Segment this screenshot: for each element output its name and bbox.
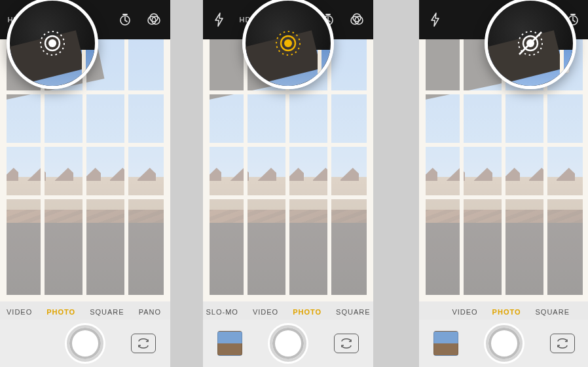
svg-point-7 xyxy=(48,39,56,47)
camera-bottom-bar xyxy=(0,320,170,367)
timer-icon[interactable] xyxy=(118,12,132,27)
camera-screen-3: LIVE OFF VIDEO PHOTO SQUARE xyxy=(419,0,588,367)
shutter-button[interactable] xyxy=(486,325,523,362)
last-photo-thumbnail[interactable] xyxy=(217,331,242,356)
mode-square[interactable]: SQUARE xyxy=(536,308,570,316)
mode-pano[interactable]: PANO xyxy=(139,308,161,316)
mode-photo[interactable]: PHOTO xyxy=(46,308,75,316)
live-photo-icon-zoom xyxy=(36,27,69,60)
shutter-button[interactable] xyxy=(67,325,103,362)
camera-bottom-bar xyxy=(419,320,588,367)
camera-screen-2: HDR LIVE SLO-MO xyxy=(203,0,373,367)
flash-icon[interactable] xyxy=(428,12,443,27)
mode-video[interactable]: VIDEO xyxy=(7,308,32,316)
live-photo-icon-zoom xyxy=(514,27,547,60)
svg-point-16 xyxy=(353,14,361,22)
camera-bottom-bar xyxy=(203,320,373,367)
switch-camera-button[interactable] xyxy=(334,334,359,353)
callout-magnifier xyxy=(242,0,334,89)
mode-video[interactable]: VIDEO xyxy=(253,308,278,316)
mode-square[interactable]: SQUARE xyxy=(336,308,370,316)
mode-video[interactable]: VIDEO xyxy=(452,308,477,316)
camera-screen-1: HDR VIDEO PHOTO xyxy=(0,0,170,367)
filters-icon[interactable] xyxy=(350,12,364,27)
mode-photo[interactable]: PHOTO xyxy=(293,308,322,316)
svg-point-6 xyxy=(150,14,158,22)
callout-magnifier xyxy=(485,0,576,89)
filters-icon[interactable] xyxy=(147,12,161,27)
callout-magnifier xyxy=(7,0,98,89)
live-photo-icon-zoom xyxy=(272,27,304,60)
svg-point-17 xyxy=(284,39,292,47)
shutter-button[interactable] xyxy=(270,325,306,362)
mode-slomo[interactable]: SLO-MO xyxy=(206,308,238,316)
mode-photo[interactable]: PHOTO xyxy=(492,308,521,316)
last-photo-thumbnail[interactable] xyxy=(433,331,458,356)
mode-square[interactable]: SQUARE xyxy=(90,308,124,316)
switch-camera-button[interactable] xyxy=(131,334,156,353)
flash-icon[interactable] xyxy=(212,12,227,27)
switch-camera-button[interactable] xyxy=(550,334,575,353)
